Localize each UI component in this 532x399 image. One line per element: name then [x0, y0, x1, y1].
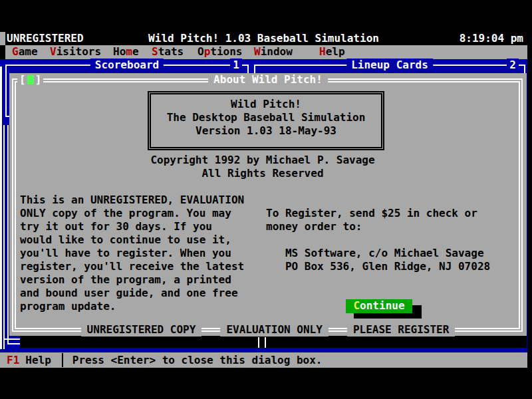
- dialog-footer-labels: UNREGISTERED COPY EVALUATION ONLY PLEASE…: [9, 323, 527, 336]
- background-window-border-fragment: [3, 125, 5, 349]
- background-window-border-fragment: [3, 338, 21, 340]
- status-f1-key[interactable]: F1: [7, 354, 19, 367]
- evaluation-notice-text: This is an UNREGISTERED, EVALUATION ONLY…: [20, 194, 244, 313]
- status-bar: F1 Help Press <Enter> to close this dial…: [0, 352, 527, 368]
- background-window-border-fragment: [258, 337, 259, 348]
- footer-label-evaluation: EVALUATION ONLY: [220, 323, 329, 336]
- status-help-label[interactable]: Help: [25, 354, 51, 367]
- window-lineup-cards-number: 2: [507, 59, 519, 72]
- registration-address-text: To Register, send $25 in check or money …: [266, 207, 490, 273]
- menu-item-options[interactable]: Options: [198, 45, 242, 59]
- clock: 8:19:04 pm: [460, 32, 523, 45]
- window-lineup-cards-title[interactable]: Lineup Cards: [346, 59, 433, 72]
- menu-item-window[interactable]: Window: [254, 45, 293, 59]
- footer-label-unregistered: UNREGISTERED COPY: [81, 323, 202, 336]
- menu-item-help[interactable]: Help: [319, 45, 345, 59]
- background-window-border-fragment: [265, 337, 266, 348]
- footer-label-register: PLEASE REGISTER: [347, 323, 456, 336]
- close-icon: [27, 75, 34, 84]
- menu-bar: Game Visitors Home Stats Options Window …: [5, 45, 527, 59]
- status-divider: [62, 353, 63, 367]
- about-dialog: About Wild Pitch! [] Wild Pitch! The Des…: [9, 73, 527, 336]
- status-message: Press <Enter> to close this dialog box.: [72, 354, 323, 367]
- menu-item-visitors[interactable]: Visitors: [50, 45, 101, 59]
- background-window-border-fragment: [7, 343, 21, 344]
- menu-item-stats[interactable]: Stats: [152, 45, 184, 59]
- copyright-text: Copyright 1992 by Michael P. Savage All …: [20, 154, 505, 180]
- dialog-title: About Wild Pitch!: [208, 73, 328, 86]
- continue-button[interactable]: Continue: [346, 299, 412, 313]
- program-info-box: Wild Pitch! The Desktop Baseball Simulat…: [148, 91, 384, 150]
- screen: UNREGISTERED Wild Pitch! 1.03 Baseball S…: [0, 0, 532, 399]
- program-version: Version 1.03 18-May-93: [151, 124, 381, 138]
- dialog-shadow: [20, 336, 527, 348]
- background-window-edge: [0, 66, 2, 349]
- app-title: Wild Pitch! 1.03 Baseball Simulation: [0, 32, 527, 45]
- menu-item-home[interactable]: Home: [113, 45, 139, 59]
- program-subtitle: The Desktop Baseball Simulation: [151, 111, 381, 124]
- menu-item-game[interactable]: Game: [12, 45, 38, 59]
- program-name: Wild Pitch!: [151, 98, 381, 111]
- window-scoreboard-title[interactable]: Scoreboard: [90, 59, 164, 72]
- app-title-bar: UNREGISTERED Wild Pitch! 1.03 Baseball S…: [0, 32, 527, 45]
- background-window-border-fragment: [7, 125, 9, 344]
- close-button[interactable]: []: [17, 73, 43, 86]
- window-scoreboard-number: 1: [230, 59, 242, 72]
